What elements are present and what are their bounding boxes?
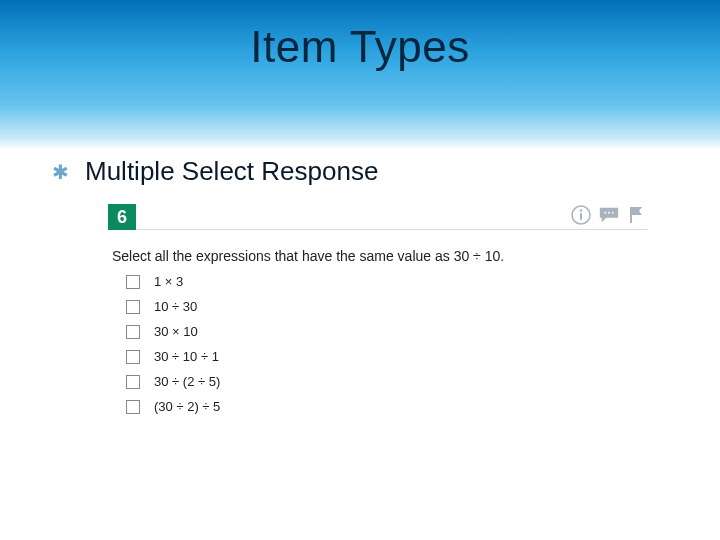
checkbox[interactable]: [126, 275, 140, 289]
asterisk-icon: ✱: [52, 162, 69, 182]
option-label: (30 ÷ 2) ÷ 5: [154, 399, 220, 414]
svg-point-4: [608, 212, 610, 214]
checkbox[interactable]: [126, 300, 140, 314]
prompt-expression: 30 ÷ 10: [454, 248, 501, 264]
question-prompt: Select all the expressions that have the…: [112, 248, 644, 264]
option-row[interactable]: (30 ÷ 2) ÷ 5: [126, 399, 644, 414]
option-row[interactable]: 30 ÷ (2 ÷ 5): [126, 374, 644, 389]
option-row[interactable]: 1 × 3: [126, 274, 644, 289]
option-row[interactable]: 30 × 10: [126, 324, 644, 339]
flag-icon[interactable]: [626, 204, 648, 226]
checkbox[interactable]: [126, 350, 140, 364]
svg-rect-2: [580, 213, 582, 220]
option-label: 1 × 3: [154, 274, 183, 289]
svg-point-5: [612, 212, 614, 214]
bullet-text: Multiple Select Response: [85, 156, 378, 187]
slide: Item Types ✱ Multiple Select Response 6: [0, 0, 720, 540]
header-underline: [136, 229, 648, 230]
question-header: 6: [108, 204, 648, 234]
option-row[interactable]: 30 ÷ 10 ÷ 1: [126, 349, 644, 364]
checkbox[interactable]: [126, 400, 140, 414]
option-row[interactable]: 10 ÷ 30: [126, 299, 644, 314]
question-number-badge: 6: [108, 204, 136, 230]
svg-point-1: [580, 209, 583, 212]
prompt-suffix: .: [500, 248, 504, 264]
slide-title: Item Types: [0, 22, 720, 72]
comment-icon[interactable]: [598, 204, 620, 226]
checkbox[interactable]: [126, 375, 140, 389]
option-label: 30 ÷ 10 ÷ 1: [154, 349, 219, 364]
question-content: 6: [108, 204, 648, 424]
bullet-item: ✱ Multiple Select Response: [52, 156, 378, 187]
option-label: 30 ÷ (2 ÷ 5): [154, 374, 220, 389]
prompt-prefix: Select all the expressions that have the…: [112, 248, 454, 264]
options-list: 1 × 3 10 ÷ 30 30 × 10 30 ÷ 10 ÷ 1 30 ÷ (…: [126, 274, 644, 414]
checkbox[interactable]: [126, 325, 140, 339]
option-label: 10 ÷ 30: [154, 299, 197, 314]
svg-point-3: [604, 212, 606, 214]
option-label: 30 × 10: [154, 324, 198, 339]
info-icon[interactable]: [570, 204, 592, 226]
question-toolbar: [570, 204, 648, 226]
